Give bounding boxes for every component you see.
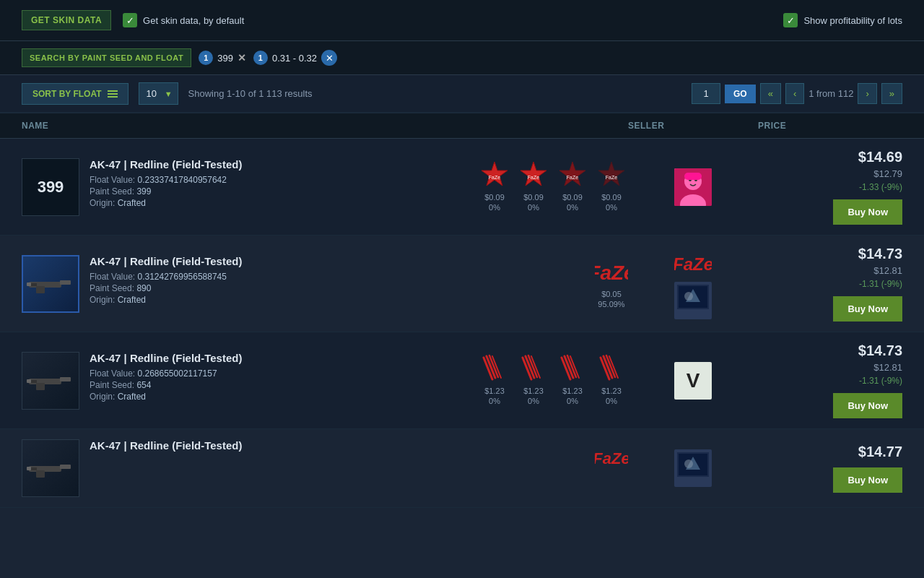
seed-close-button[interactable]: ✕ — [237, 52, 246, 64]
seller-avatar-2 — [674, 282, 712, 319]
item-origin-2: Origin: Crafted — [90, 295, 585, 305]
table-row: 399 AK-47 | Redline (Field-Tested) Float… — [0, 139, 924, 236]
sticker-img-1-3: FaZe — [556, 158, 589, 191]
sticker-img-1-4: FaZe — [595, 158, 628, 191]
nav-next-button[interactable]: › — [858, 83, 876, 104]
col-price-header: PRICE — [758, 121, 902, 131]
float-badge: 1 — [253, 51, 268, 65]
item-info-3: AK-47 | Redline (Field-Tested) Float Val… — [90, 352, 468, 403]
faze-seller-2: FaZe — [674, 249, 712, 277]
svg-rect-13 — [684, 173, 702, 180]
item-seed-1: Paint Seed: 399 — [90, 186, 468, 197]
top-bar: GET SKIN DATA ✓ Get skin data, by defaul… — [0, 0, 924, 41]
sticker-img-3-2 — [517, 352, 550, 385]
item-float-2: Float Value: 0.31242769956588745 — [90, 272, 585, 282]
sticker-img-4-1: FaZe — [595, 439, 628, 473]
price-col-4: $14.77 Buy Now — [758, 444, 902, 493]
paint-seed-display-1: 399 — [38, 178, 64, 197]
sticker-3-1: $1.23 0% — [478, 352, 511, 405]
get-skin-data-button[interactable]: GET SKIN DATA — [22, 10, 111, 30]
table-row: AK-47 | Redline (Field-Tested) Float Val… — [0, 332, 924, 429]
nav-first-button[interactable]: « — [760, 83, 781, 104]
svg-marker-4 — [559, 162, 585, 186]
svg-rect-16 — [36, 286, 45, 293]
nav-last-button[interactable]: » — [881, 83, 902, 104]
float-filter-tag: 1 0.31 - 0.32 ✕ — [253, 50, 337, 66]
item-origin-3: Origin: Crafted — [90, 392, 468, 402]
price-col-3: $14.73 $12.81 -1.31 (-9%) Buy Now — [758, 342, 902, 418]
sticker-1-3: FaZe $0.09 0% — [556, 158, 589, 212]
item-name-1: AK-47 | Redline (Field-Tested) — [90, 158, 468, 171]
sticker-img-1-1: FaZe — [478, 158, 511, 191]
get-skin-data-label: Get skin data, by default — [143, 15, 244, 26]
buy-now-button-3[interactable]: Buy Now — [833, 393, 902, 418]
search-by-label: SEARCH BY PAINT SEED AND FLOAT — [22, 48, 191, 67]
svg-rect-29 — [31, 380, 37, 383]
svg-point-25 — [684, 292, 693, 301]
item-seed-3: Paint Seed: 654 — [90, 380, 468, 390]
sort-by-float-button[interactable]: SORT BY FLOAT — [22, 83, 128, 105]
svg-rect-18 — [27, 282, 31, 286]
seller-avatar-4 — [674, 449, 712, 487]
seed-value: 399 — [217, 53, 233, 64]
svg-marker-6 — [598, 162, 624, 186]
nav-prev-button[interactable]: ‹ — [785, 83, 804, 104]
sort-lines-icon — [108, 90, 118, 98]
buy-now-button-2[interactable]: Buy Now — [833, 296, 902, 322]
get-skin-data-checkbox[interactable]: ✓ — [123, 13, 137, 27]
item-image-3 — [22, 352, 79, 410]
item-seed-2: Paint Seed: 890 — [90, 283, 585, 293]
item-left-3: AK-47 | Redline (Field-Tested) Float Val… — [22, 352, 628, 410]
sticker-img-2-1: FaZe — [595, 255, 628, 288]
price-main-2: $14.73 — [858, 246, 902, 262]
price-col-1: $14.69 $12.79 -1.33 (-9%) Buy Now — [758, 149, 902, 225]
svg-point-57 — [684, 460, 693, 468]
float-close-button[interactable]: ✕ — [321, 50, 337, 66]
seller-col-2: FaZe — [628, 249, 758, 319]
go-button[interactable]: GO — [725, 85, 756, 103]
sticker-img-3-3 — [556, 352, 589, 385]
page-info: 1 from 112 — [808, 88, 853, 99]
item-image-2 — [22, 255, 79, 313]
seller-col-3: V — [628, 362, 758, 400]
price-main-3: $14.73 — [858, 342, 902, 359]
svg-rect-15 — [60, 280, 71, 285]
stickers-area-4: FaZe — [595, 439, 628, 473]
svg-rect-49 — [36, 470, 45, 478]
col-name-header: NAME — [22, 121, 628, 131]
price-sub-3: $12.81 — [873, 362, 902, 373]
item-info-1: AK-47 | Redline (Field-Tested) Float Val… — [90, 158, 468, 210]
gun-svg-4 — [25, 457, 76, 479]
svg-text:FaZe: FaZe — [674, 254, 712, 274]
svg-marker-0 — [481, 162, 507, 186]
item-info-4: AK-47 | Redline (Field-Tested) — [90, 439, 585, 456]
price-col-2: $14.73 $12.81 -1.31 (-9%) Buy Now — [758, 246, 902, 322]
svg-rect-28 — [36, 383, 45, 390]
svg-text:FaZe: FaZe — [606, 175, 617, 180]
show-profitability-checkbox[interactable]: ✓ — [783, 13, 798, 27]
show-profitability-label: Show profitability of lots — [803, 15, 902, 26]
per-page-select[interactable]: 10 25 50 — [139, 82, 178, 105]
price-main-4: $14.77 — [858, 444, 902, 460]
price-diff-3: -1.31 (-9%) — [859, 376, 902, 386]
buy-now-button-4[interactable]: Buy Now — [833, 467, 902, 493]
seller-avatar-1 — [674, 168, 712, 206]
buy-now-button-1[interactable]: Buy Now — [833, 199, 902, 225]
svg-rect-17 — [31, 283, 37, 286]
item-name-2: AK-47 | Redline (Field-Tested) — [90, 255, 585, 267]
item-left-2: AK-47 | Redline (Field-Tested) Float Val… — [22, 255, 628, 313]
page-input[interactable] — [692, 83, 720, 104]
svg-rect-50 — [31, 467, 37, 470]
item-left-1: 399 AK-47 | Redline (Field-Tested) Float… — [22, 158, 628, 216]
price-sub-2: $12.81 — [873, 265, 902, 276]
table-header: NAME SELLER PRICE — [0, 113, 924, 139]
get-skin-data-checkbox-row: ✓ Get skin data, by default — [123, 13, 244, 27]
sticker-3-2: $1.23 0% — [517, 352, 550, 405]
svg-marker-2 — [520, 162, 546, 186]
filter-bar: SEARCH BY PAINT SEED AND FLOAT 1 399 ✕ 1… — [0, 41, 924, 75]
pagination: GO « ‹ 1 from 112 › » — [692, 83, 902, 104]
item-image-1: 399 — [22, 158, 79, 216]
sticker-4-1: FaZe — [595, 439, 628, 473]
sticker-2-1: FaZe $0.05 95.09% — [595, 255, 628, 309]
table-row: AK-47 | Redline (Field-Tested) Float Val… — [0, 236, 924, 332]
